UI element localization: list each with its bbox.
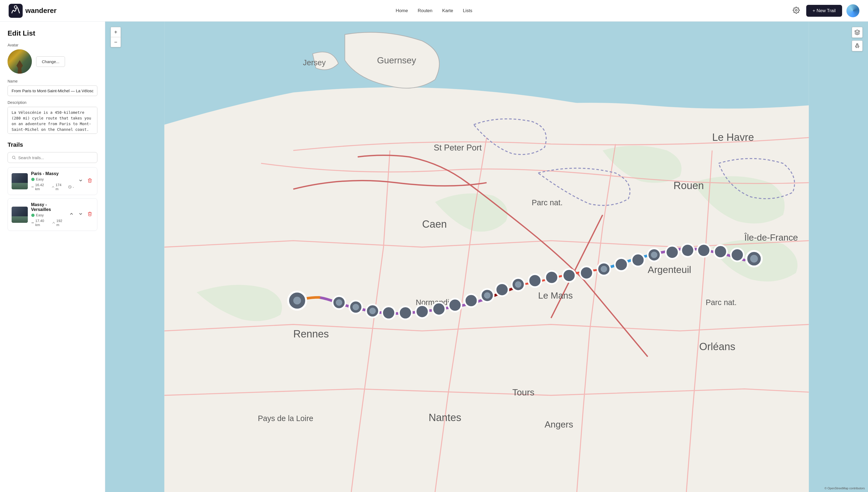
svg-point-27 [731,248,744,262]
svg-point-54 [336,299,342,306]
sidebar: Edit List Avatar Change... Name Descript… [0,22,105,492]
distance-icon-2 [31,221,34,225]
name-input[interactable] [7,85,97,96]
trail-1-delete-button[interactable] [86,177,93,185]
header-right: + New Trail [791,4,860,17]
svg-point-38 [545,271,558,284]
trail-1-distance: 16.42 km [31,183,47,191]
avatar-label: Avatar [7,43,97,47]
svg-point-60 [651,252,658,258]
trail-2-info: Massy - Versailles Easy 17.40 km 192 m [31,202,65,227]
settings-button[interactable] [791,5,802,17]
svg-text:Parc nat.: Parc nat. [531,198,563,207]
trail-2-expand-down-button[interactable] [77,211,84,219]
trail-1-elevation: 174 m [51,183,64,191]
svg-point-56 [369,308,376,314]
trail-1-time: - [68,185,74,189]
avatar-row: Change... [7,49,97,74]
trail-2-delete-button[interactable] [86,211,93,219]
description-label: Description [7,100,97,105]
map-svg: Guernsey Jersey [105,22,868,492]
logo-text: wanderer [25,6,57,15]
trail-2-actions [68,211,93,219]
svg-text:St Peter Port: St Peter Port [434,143,482,152]
trail-1-thumbnail [11,173,28,189]
svg-point-46 [416,305,429,318]
map-layers-button[interactable] [852,27,863,38]
trail-2-thumbnail [11,206,28,223]
svg-text:Rouen: Rouen [673,180,704,191]
svg-point-7 [31,213,34,217]
trail-2-name: Massy - Versailles [31,202,65,212]
trash-icon-2 [88,212,92,216]
user-avatar[interactable] [846,4,859,17]
description-input[interactable] [7,107,97,134]
svg-text:Le Havre: Le Havre [712,131,754,143]
distance-icon [31,185,34,189]
chevron-down-icon [78,178,83,183]
svg-point-59 [601,266,607,272]
description-section: Description [7,100,97,135]
search-input[interactable] [18,155,93,160]
difficulty-icon-2 [31,213,35,217]
svg-text:Parc nat.: Parc nat. [705,298,737,307]
svg-point-58 [515,281,521,288]
page-title: Edit List [7,29,97,38]
trail-card-1: Paris - Massy Easy 16.42 km 174 m [7,167,97,195]
map-container[interactable]: Guernsey Jersey [105,22,868,492]
svg-point-34 [615,258,628,271]
trail-1-expand-button[interactable] [77,177,84,185]
trail-1-name: Paris - Massy [31,171,74,176]
svg-text:Île-de-France: Île-de-France [744,232,798,243]
svg-point-28 [714,245,727,258]
trail-card-2: Massy - Versailles Easy 17.40 km 192 m [7,198,97,231]
svg-text:Orléans: Orléans [699,341,735,352]
svg-point-41 [496,283,509,296]
zoom-out-button[interactable]: − [111,37,121,47]
change-avatar-button[interactable]: Change... [36,56,65,67]
svg-point-30 [681,244,694,257]
trail-2-difficulty: Easy [31,213,65,217]
trail-card-2-main: Massy - Versailles Easy 17.40 km 192 m [8,199,97,230]
trail-1-stats: 16.42 km 174 m - [31,183,74,191]
header: wanderer Home Routen Karte Lists + New T… [0,0,868,22]
search-icon [11,155,16,160]
trail-2-image [11,206,28,223]
nav-karte[interactable]: Karte [442,8,453,14]
trail-2-distance: 17.40 km [31,219,48,227]
svg-text:Caen: Caen [422,218,447,230]
svg-point-31 [666,246,679,259]
trail-1-difficulty: Easy [31,177,74,181]
name-section: Name [7,79,97,96]
zoom-controls: + − [110,27,121,47]
svg-point-45 [432,303,445,316]
layers-icon [854,29,860,35]
svg-point-47 [399,306,412,319]
person-icon [854,43,860,49]
new-trail-button[interactable]: + New Trail [806,5,842,17]
nav-routen[interactable]: Routen [418,8,432,14]
trail-2-expand-up-button[interactable] [68,211,75,219]
svg-point-44 [449,299,462,312]
svg-point-39 [528,274,541,287]
trails-heading: Trails [7,141,97,148]
svg-point-33 [632,253,645,267]
svg-text:Nantes: Nantes [429,412,461,423]
nav-lists[interactable]: Lists [463,8,472,14]
name-label: Name [7,79,97,83]
avatar-section: Avatar Change... [7,43,97,74]
svg-point-3 [13,156,15,158]
map-person-button[interactable] [852,41,863,51]
svg-point-55 [352,304,359,310]
trail-card-1-main: Paris - Massy Easy 16.42 km 174 m [8,168,97,195]
elevation-icon-2 [52,221,55,225]
svg-text:Le Mans: Le Mans [538,291,573,300]
svg-text:Argenteuil: Argenteuil [648,264,691,275]
zoom-in-button[interactable]: + [111,27,121,37]
logo-area: wanderer [9,4,57,18]
svg-point-43 [465,294,478,307]
svg-text:Guernsey: Guernsey [377,55,416,65]
nav-home[interactable]: Home [396,8,408,14]
svg-marker-62 [855,30,860,32]
difficulty-icon [31,177,35,181]
